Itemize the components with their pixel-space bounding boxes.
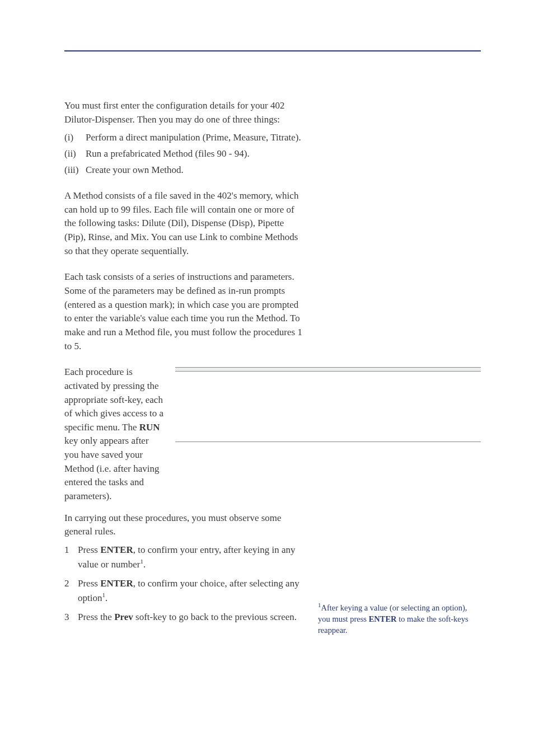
rule-text-bold: ENTER: [100, 578, 133, 589]
rule-text-post: .: [143, 558, 146, 569]
list-marker: (i): [64, 131, 86, 145]
procedure-text: Each procedure is activated by pressing …: [64, 365, 165, 503]
footnote: 1After keying a value (or selecting an o…: [318, 601, 480, 636]
document-page: You must first enter the configuration d…: [0, 0, 534, 756]
rule-number: 1: [64, 543, 78, 571]
rule-text-post: .: [105, 592, 107, 603]
rule-text-pre: Press: [78, 578, 100, 589]
rule-number: 2: [64, 577, 78, 605]
figure-bar-top: [175, 367, 481, 372]
roman-list: (i) Perform a direct manipulation (Prime…: [64, 131, 305, 177]
list-item: (iii) Create your own Method.: [64, 163, 305, 177]
method-paragraph: A Method consists of a file saved in the…: [64, 189, 305, 258]
task-paragraph: Each task consists of a series of instru…: [64, 270, 305, 353]
rule-text: Press the Prev soft-key to go back to th…: [78, 611, 305, 624]
run-keyword: RUN: [139, 422, 160, 433]
list-text: Run a prefabricated Method (files 90 - 9…: [86, 147, 305, 161]
top-rule: [64, 50, 481, 51]
rule-number: 3: [64, 611, 78, 624]
list-item: (ii) Run a prefabricated Method (files 9…: [64, 147, 305, 161]
rule-item: 2 Press ENTER, to confirm your choice, a…: [64, 577, 305, 605]
rule-item: 1 Press ENTER, to confirm your entry, af…: [64, 543, 305, 571]
footnote-bold: ENTER: [369, 614, 397, 623]
list-text: Create your own Method.: [86, 163, 305, 177]
rule-text-bold: Prev: [114, 612, 133, 622]
rules-column: In carrying out these procedures, you mu…: [64, 511, 305, 624]
rule-text-pre: Press the: [78, 612, 114, 622]
rule-text-bold: ENTER: [100, 544, 133, 555]
list-text: Perform a direct manipulation (Prime, Me…: [86, 131, 305, 145]
intro-paragraph: You must first enter the configuration d…: [64, 99, 305, 126]
figure-placeholder: [175, 365, 481, 442]
rule-text-pre: Press: [78, 544, 100, 555]
list-marker: (iii): [64, 163, 86, 177]
procedure-row: Each procedure is activated by pressing …: [64, 365, 481, 503]
rule-item: 3 Press the Prev soft-key to go back to …: [64, 611, 305, 624]
main-column: You must first enter the configuration d…: [64, 99, 305, 353]
list-item: (i) Perform a direct manipulation (Prime…: [64, 131, 305, 145]
list-marker: (ii): [64, 147, 86, 161]
rule-text-mid: soft-key to go back to the previous scre…: [133, 612, 297, 622]
carry-out-paragraph: In carrying out these procedures, you mu…: [64, 511, 305, 539]
rule-text: Press ENTER, to confirm your entry, afte…: [78, 543, 305, 571]
procedure-text-b: key only appears after you have saved yo…: [64, 435, 159, 501]
rule-text: Press ENTER, to confirm your choice, aft…: [78, 577, 305, 605]
figure-divider: [175, 442, 481, 442]
